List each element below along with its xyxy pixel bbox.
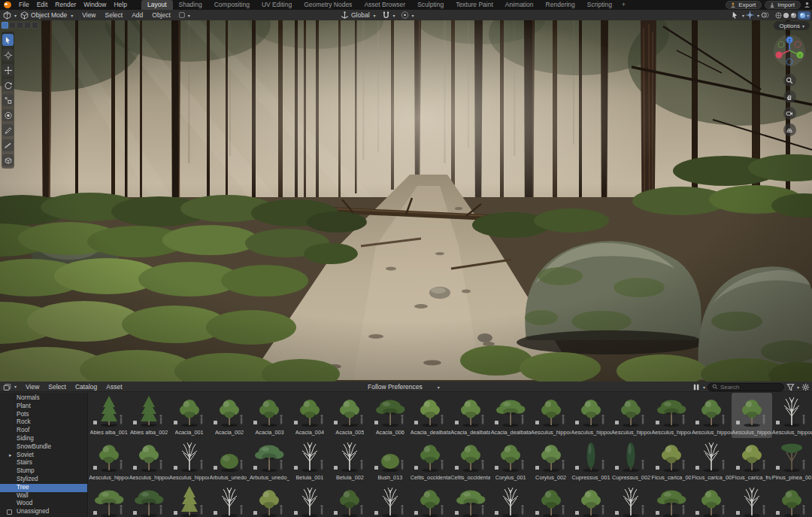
catalog-snowbundle[interactable]: SnowBundle [0, 443, 87, 452]
tool-rotate[interactable] [2, 79, 14, 91]
asset-item[interactable] [209, 483, 249, 517]
asset-menu-view[interactable]: View [21, 383, 44, 391]
asset-item[interactable]: Acacia_001 [169, 393, 209, 438]
catalog-stump[interactable]: Stump [0, 467, 87, 476]
viewport-3d[interactable]: ▾ Object Mode ▾ ViewSelectAddObject ▾ Gl… [0, 10, 812, 382]
select-mode-intersect[interactable] [32, 22, 38, 29]
asset-editor-type-selector[interactable]: ▾ [2, 382, 17, 391]
tab-rendering[interactable]: Rendering [540, 0, 581, 10]
asset-item[interactable] [571, 483, 611, 517]
tool-add-cube[interactable] [2, 154, 14, 166]
select-mode-extend[interactable] [9, 22, 16, 29]
orientation-dropdown[interactable]: Global ▾ [350, 11, 376, 19]
asset-item[interactable]: Celtis_occidental... [411, 438, 450, 483]
asset-item[interactable]: Aesculus_hippoc... [531, 393, 571, 438]
viewport-scene[interactable] [0, 20, 812, 382]
asset-item[interactable] [250, 483, 289, 517]
tool-cursor[interactable] [2, 49, 14, 61]
asset-item[interactable] [411, 483, 450, 517]
tab-compositing[interactable]: Compositing [208, 0, 256, 10]
menu-render[interactable]: Render [51, 0, 80, 10]
asset-item[interactable] [692, 483, 732, 517]
tool-select-box[interactable] [2, 34, 14, 46]
mode-dropdown[interactable]: Object Mode ▾ [29, 11, 73, 19]
asset-item[interactable]: Cupressus_002 [611, 438, 651, 483]
tab-shading[interactable]: Shading [173, 0, 208, 10]
asset-item[interactable] [772, 483, 812, 517]
asset-item[interactable]: Abies alba_002 [129, 393, 168, 438]
shading-material-preview-icon[interactable] [790, 12, 797, 19]
asset-item[interactable]: Corylus_001 [490, 438, 530, 483]
asset-item[interactable] [490, 483, 530, 517]
tab-geometry-nodes[interactable]: Geometry Nodes [298, 0, 358, 10]
overlays-dropdown[interactable] [760, 11, 770, 20]
asset-item[interactable] [531, 483, 571, 517]
asset-item[interactable] [330, 483, 370, 517]
asset-item[interactable]: Ficus_carica_001 [651, 438, 691, 483]
catalog-wood[interactable]: Wood [0, 500, 87, 508]
snap-dropdown[interactable]: ▾ [381, 11, 395, 20]
gear-icon[interactable] [801, 383, 810, 391]
select-mode-subtract[interactable] [17, 22, 23, 29]
asset-item[interactable] [89, 483, 129, 517]
asset-item[interactable]: Ficus_carica_frui... [732, 438, 771, 483]
asset-item[interactable]: Acacia_dealbata.. [411, 393, 450, 438]
asset-item[interactable]: Abies alba_001 [89, 393, 129, 438]
export-button[interactable]: Export [726, 1, 762, 9]
viewport-menu-object[interactable]: Object [147, 11, 175, 19]
asset-item[interactable]: Aesculus_hippoc... [611, 393, 651, 438]
display-size-dropdown[interactable]: ▾ [692, 383, 705, 391]
shading-rendered-active[interactable]: ▾ [798, 11, 810, 20]
asset-item[interactable]: Acacia_dealbata.. [450, 393, 490, 438]
catalog-wall[interactable]: Wall [0, 492, 87, 500]
tab-animation[interactable]: Animation [499, 0, 540, 10]
asset-item[interactable]: Acacia_004 [289, 393, 329, 438]
catalog-tree[interactable]: Tree [0, 484, 87, 492]
viewport-menu-add[interactable]: Add [127, 11, 147, 19]
asset-item[interactable] [611, 483, 651, 517]
asset-item[interactable]: Aesculus_hippoc... [169, 438, 209, 483]
catalog-plant[interactable]: Plant [0, 403, 87, 411]
menu-help[interactable]: Help [110, 0, 130, 10]
catalog-stairs[interactable]: Stairs [0, 459, 87, 467]
asset-item[interactable]: Pinus_pinea_001 [772, 438, 812, 483]
perspective-toggle-button[interactable] [783, 123, 796, 136]
tool-transform[interactable] [2, 109, 14, 121]
catalog-unassigned[interactable]: Unassigned [0, 508, 87, 516]
mode-transfer-dropdown[interactable]: ▾ [178, 11, 190, 19]
catalog-roof[interactable]: Roof [0, 427, 87, 435]
asset-item[interactable]: Celtis_occidental... [450, 438, 490, 483]
asset-menu-catalog[interactable]: Catalog [71, 383, 102, 391]
select-mode-invert[interactable] [24, 22, 31, 29]
asset-item[interactable]: Aesculus_hippoc... [772, 393, 812, 438]
asset-item[interactable]: Corylus_002 [531, 438, 571, 483]
tool-move[interactable] [2, 64, 14, 76]
shading-solid-icon[interactable] [783, 12, 789, 19]
gizmos-dropdown[interactable]: ▾ [745, 11, 759, 20]
asset-item[interactable]: Arbutus_unedo_... [250, 438, 289, 483]
menu-window[interactable]: Window [80, 0, 110, 10]
asset-item[interactable]: Betula_001 [289, 438, 329, 483]
axis-navigation-gizmo[interactable]: Y Z [773, 34, 806, 67]
editor-type-selector[interactable]: ▾ [2, 11, 17, 20]
filter-dropdown[interactable]: ▾ [786, 383, 799, 391]
asset-item[interactable]: Ficus_carica_00... [692, 438, 732, 483]
asset-item[interactable]: Aesculus_hippoc... [571, 393, 611, 438]
zoom-button[interactable] [783, 74, 796, 87]
tab-layout[interactable]: Layout [141, 0, 173, 10]
tool-annotate[interactable] [2, 124, 14, 136]
catalog-rock[interactable]: Rock [0, 418, 87, 427]
select-mode-new[interactable] [2, 22, 8, 29]
asset-item[interactable] [169, 483, 209, 517]
asset-item[interactable]: Acacia_006 [370, 393, 410, 438]
catalog-stylized[interactable]: Stylized [0, 476, 87, 484]
import-method-dropdown[interactable]: Follow Preferences ▾ [366, 382, 440, 392]
shading-wireframe-icon[interactable] [775, 12, 782, 19]
options-button[interactable]: Options ▾ [774, 21, 810, 30]
asset-item[interactable]: Cupressus_001 [571, 438, 611, 483]
tab-scripting[interactable]: Scripting [581, 0, 618, 10]
tab-uv-editing[interactable]: UV Editing [256, 0, 298, 10]
extensions-icon[interactable] [804, 2, 810, 8]
asset-item[interactable]: Acacia_dealbata.. [490, 393, 530, 438]
add-workspace-button[interactable]: + [618, 0, 629, 10]
